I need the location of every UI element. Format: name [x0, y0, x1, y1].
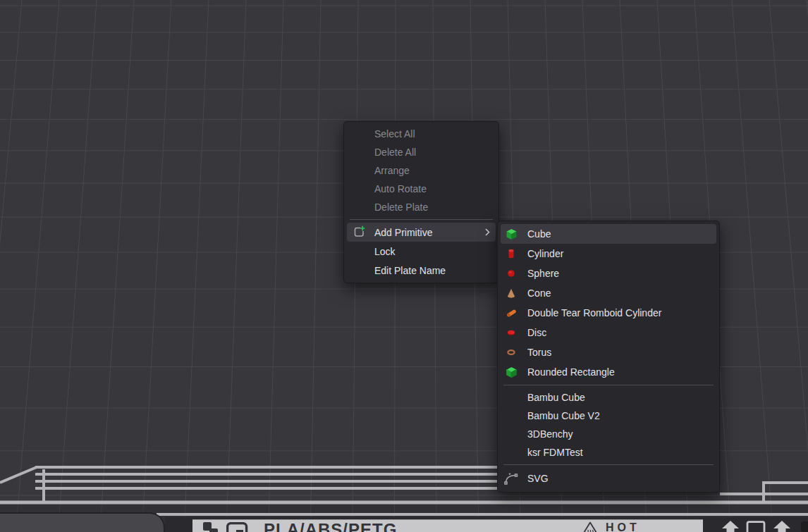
double-tear-romboid-cylinder-icon	[504, 307, 518, 319]
menu-item-label: Double Tear Romboid Cylinder	[527, 307, 661, 318]
menu-item-label: Auto Rotate	[374, 183, 427, 194]
cube-icon	[504, 228, 518, 240]
menu-item-label: Sphere	[527, 268, 559, 279]
submenu-item-bambu-cube[interactable]: Bambu Cube	[501, 388, 716, 407]
menu-item-label: Disc	[527, 327, 546, 338]
submenu-item-3dbenchy[interactable]: 3DBenchy	[501, 425, 716, 443]
submenu-item-double-tear-romboid-cylinder[interactable]: Double Tear Romboid Cylinder	[501, 303, 716, 323]
hot-warning-icon	[580, 521, 600, 532]
menu-item-arrange: Arrange	[347, 161, 496, 180]
submenu-item-svg[interactable]: SVG	[501, 468, 716, 489]
submenu-item-cube[interactable]: Cube	[501, 224, 716, 244]
viewport-3d[interactable]: PLA/ABS/PETG HOT Select AllDelete AllArr…	[0, 0, 808, 532]
menu-item-label: Arrange	[374, 165, 410, 176]
up-arrow-icon	[773, 521, 791, 532]
hot-label: HOT	[606, 522, 640, 532]
menu-item-label: ksr FDMTest	[527, 447, 583, 458]
add-primitive-icon	[350, 225, 367, 239]
torus-icon	[504, 347, 518, 358]
menu-item-label: SVG	[527, 473, 549, 484]
menu-item-label: Delete All	[374, 147, 416, 158]
sphere-icon	[504, 268, 518, 279]
menu-item-label: Edit Plate Name	[374, 265, 446, 276]
plate-corner-screw	[801, 521, 808, 532]
build-plate-label-bar: PLA/ABS/PETG HOT	[192, 519, 703, 532]
menu-item-label: Cube	[527, 228, 551, 240]
menu-item-select-all: Select All	[347, 125, 496, 143]
menu-item-label: Add Primitive	[374, 227, 432, 238]
submenu-item-cone[interactable]: Cone	[501, 283, 716, 303]
menu-separator	[503, 464, 714, 465]
submenu-item-sphere[interactable]: Sphere	[501, 264, 716, 283]
menu-item-label: Select All	[374, 128, 415, 140]
menu-separator	[350, 219, 493, 220]
menu-item-label: Lock	[374, 246, 396, 257]
disc-icon	[504, 327, 518, 338]
menu-item-label: Bambu Cube V2	[527, 410, 600, 421]
submenu-item-torus[interactable]: Torus	[501, 342, 716, 362]
menu-item-auto-rotate: Auto Rotate	[347, 180, 496, 198]
context-menu: Select AllDelete AllArrangeAuto RotateDe…	[343, 121, 499, 283]
submenu-item-bambu-cube-v2[interactable]: Bambu Cube V2	[501, 407, 716, 425]
menu-item-label: Cylinder	[527, 248, 563, 259]
menu-item-label: Rounded Rectangle	[527, 366, 615, 378]
menu-separator	[503, 385, 714, 385]
menu-item-delete-all: Delete All	[347, 143, 496, 161]
menu-item-label: 3DBenchy	[527, 428, 573, 440]
menu-item-add-primitive[interactable]: Add Primitive	[347, 223, 496, 242]
menu-item-label: Torus	[527, 347, 551, 358]
bambu-logo-icon	[202, 522, 221, 532]
submenu-item-rounded-rectangle[interactable]: Rounded Rectangle	[501, 362, 716, 382]
menu-item-delete-plate: Delete Plate	[347, 198, 496, 216]
add-primitive-submenu: Cube Cylinder Sphere Cone Double Tear Ro…	[497, 221, 720, 493]
menu-item-label: Bambu Cube	[527, 392, 585, 403]
menu-item-label: Delete Plate	[374, 202, 428, 213]
rounded-rectangle-icon	[504, 366, 518, 378]
submenu-item-disc[interactable]: Disc	[501, 323, 716, 342]
plate-square-marker	[744, 521, 768, 532]
plate-type-icon	[226, 522, 249, 532]
cone-icon	[504, 287, 518, 299]
svg-bezier-icon	[504, 473, 518, 485]
cylinder-icon	[504, 248, 518, 259]
up-arrow-icon	[721, 521, 740, 532]
menu-item-lock[interactable]: Lock	[347, 242, 496, 261]
menu-item-edit-plate-name[interactable]: Edit Plate Name	[347, 261, 496, 280]
plate-orientation-markers	[703, 519, 808, 532]
plate-material-text: PLA/ABS/PETG	[264, 521, 397, 532]
menu-item-label: Cone	[527, 287, 551, 299]
submenu-item-ksr-fdmtest[interactable]: ksr FDMTest	[501, 443, 716, 462]
plate-corner-tab	[0, 512, 165, 532]
submenu-item-cylinder[interactable]: Cylinder	[501, 244, 716, 264]
chevron-right-icon	[485, 228, 490, 236]
